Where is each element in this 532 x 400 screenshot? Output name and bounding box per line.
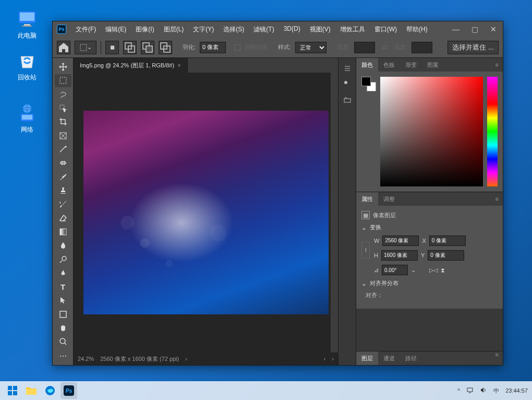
menu-3d[interactable]: 3D(D) [281,23,304,36]
close-button[interactable]: ✕ [488,25,499,33]
crop-tool[interactable] [55,115,71,128]
style-select[interactable]: 正常 [295,42,327,53]
align-section-header[interactable]: 对齐并分布 [361,279,498,287]
tab-properties[interactable]: 属性 [356,192,378,206]
height-input[interactable] [381,250,418,261]
path-select-tool[interactable] [55,294,71,307]
angle-dropdown[interactable]: ⌄ [411,267,416,274]
tab-color[interactable]: 颜色 [356,58,378,72]
zoom-value[interactable]: 24.2% [78,356,94,362]
vertical-scrollbar[interactable] [331,73,338,352]
desktop-icon-recycle[interactable]: 回收站 [8,50,46,82]
tab-layers[interactable]: 图层 [356,351,378,365]
angle-input[interactable] [382,265,408,275]
menu-help[interactable]: 帮助(H) [403,23,431,36]
link-dimensions-button[interactable]: 𝄔 [361,242,370,258]
selection-new[interactable]: ◼ [105,41,119,54]
collapsed-panel-2[interactable] [341,78,354,90]
menu-filter[interactable]: 滤镜(T) [250,23,277,36]
selection-subtract[interactable] [141,41,154,54]
quick-select-tool[interactable] [55,102,71,114]
menu-select[interactable]: 选择(S) [220,23,247,36]
marquee-tool[interactable] [55,74,71,87]
stamp-tool[interactable] [55,184,71,197]
taskbar-photoshop[interactable]: Ps [61,382,77,399]
dodge-tool[interactable] [55,253,71,265]
taskbar-explorer[interactable] [23,382,40,399]
tray-clock[interactable]: 23:44:57 [505,387,528,394]
home-button[interactable] [57,41,70,54]
select-and-mask-button[interactable]: 选择并遮住 ... [448,41,499,54]
start-button[interactable] [4,382,21,399]
menu-plugins[interactable]: 增效工具 [337,23,368,36]
history-brush-tool[interactable] [55,198,71,210]
flip-horizontal-button[interactable]: ▷◁ [429,267,438,274]
selection-add[interactable] [123,41,137,54]
marquee-tool-preset[interactable]: ⌄ [75,41,96,54]
foreground-color[interactable] [361,77,371,86]
doc-dimensions[interactable]: 2560 像素 x 1600 像素 (72 ppi) [100,355,179,363]
tab-patterns[interactable]: 图案 [422,58,444,72]
desktop-icon-network[interactable]: 网络 [8,102,46,134]
tab-gradients[interactable]: 渐变 [400,58,422,72]
y-input[interactable] [428,250,464,261]
titlebar[interactable]: Ps 文件(F) 编辑(E) 图像(I) 图层(L) 文字(Y) 选择(S) 滤… [53,21,503,37]
status-nav-left[interactable]: ‹ [324,356,326,362]
panel-menu-button[interactable]: ≡ [491,196,503,202]
color-swatch[interactable] [361,77,376,91]
tab-adjustments[interactable]: 调整 [378,192,400,206]
tray-chevron-icon[interactable]: ^ [457,387,460,394]
collapsed-panel-3[interactable] [341,93,354,106]
eyedropper-tool[interactable] [55,143,71,156]
canvas-image[interactable] [83,111,329,314]
menu-type[interactable]: 文字(Y) [190,23,217,36]
status-nav-right[interactable]: › [332,356,334,362]
type-tool[interactable]: T [55,280,71,293]
tab-paths[interactable]: 路径 [400,351,422,365]
antialias-checkbox[interactable] [234,44,240,51]
panel-menu-button[interactable]: ≡ [491,351,503,365]
x-input[interactable] [429,236,466,246]
flip-vertical-button[interactable]: ⧗ [441,267,445,274]
transform-section-header[interactable]: 变换 [361,223,498,231]
maximize-button[interactable]: ▢ [469,25,480,33]
tray-volume-icon[interactable] [480,386,487,395]
menu-window[interactable]: 窗口(W) [371,23,400,36]
frame-tool[interactable] [55,130,71,142]
hue-slider[interactable] [487,77,498,186]
minimize-button[interactable]: — [451,25,461,33]
taskbar-edge[interactable] [42,382,58,399]
tab-swatches[interactable]: 色板 [378,58,400,72]
status-arrow[interactable]: › [185,356,187,362]
hand-tool[interactable] [55,322,71,334]
tray-ime[interactable]: 中 [493,387,499,395]
menu-edit[interactable]: 编辑(E) [102,23,129,36]
brush-tool[interactable] [55,171,71,183]
pen-tool[interactable] [55,267,71,279]
width-input[interactable] [382,236,419,246]
panel-menu-button[interactable]: ≡ [491,62,503,68]
feather-input[interactable] [200,42,226,53]
more-tools[interactable]: ⋯ [55,350,71,362]
menu-layer[interactable]: 图层(L) [161,23,187,36]
menu-image[interactable]: 图像(I) [132,23,157,36]
zoom-tool[interactable] [55,335,71,348]
color-field[interactable] [380,77,483,186]
desktop-icon-this-pc[interactable]: 此电脑 [8,8,46,40]
canvas-viewport[interactable] [74,73,338,352]
document-tab[interactable]: Img5.png @ 24.2% (图层 1, RGB/8#) × [74,58,188,73]
tray-network-icon[interactable] [466,386,474,395]
tab-channels[interactable]: 通道 [378,351,400,365]
eraser-tool[interactable] [55,211,71,224]
menu-file[interactable]: 文件(F) [72,23,99,36]
blur-tool[interactable] [55,239,71,252]
healing-tool[interactable] [55,157,71,169]
gradient-tool[interactable] [55,226,71,238]
collapsed-panel-1[interactable] [341,62,354,75]
tab-close-button[interactable]: × [177,62,180,68]
selection-intersect[interactable] [159,41,172,54]
shape-tool[interactable] [55,308,71,321]
lasso-tool[interactable] [55,88,71,101]
move-tool[interactable] [55,61,71,73]
menu-view[interactable]: 视图(V) [307,23,334,36]
